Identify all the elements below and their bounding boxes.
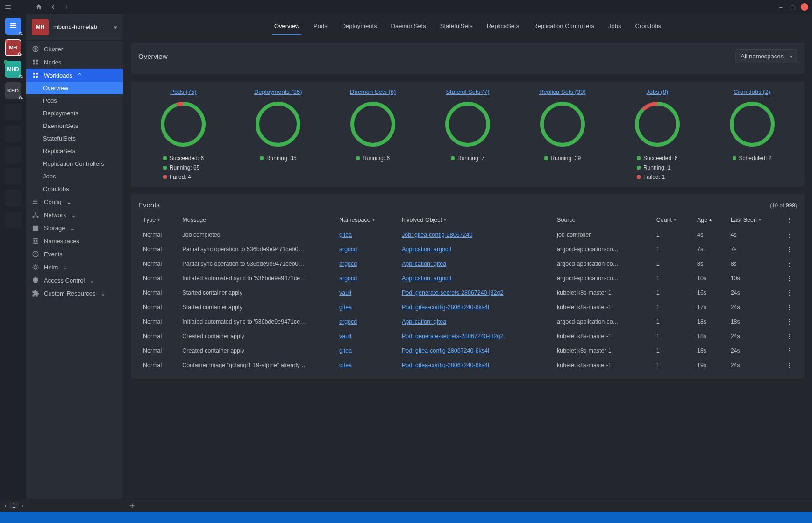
row-menu-icon[interactable]: ⋮ — [786, 290, 792, 296]
row-menu-icon[interactable]: ⋮ — [786, 246, 792, 253]
sidebar-item-namespaces[interactable]: Namespaces — [26, 234, 123, 247]
sidebar-item-deployments[interactable]: Deployments — [26, 107, 123, 120]
row-menu-icon[interactable]: ⋮ — [786, 318, 792, 325]
sidebar-item-cluster[interactable]: Cluster — [26, 42, 123, 56]
add-tab-icon[interactable] — [128, 502, 136, 510]
donut-title-link[interactable]: Daemon Sets (6) — [350, 88, 396, 95]
namespace-selector[interactable]: All namespaces ▾ — [735, 49, 797, 63]
events-col-last-seen[interactable]: Last Seen▾ — [726, 212, 782, 227]
row-menu-icon[interactable]: ⋮ — [786, 304, 792, 311]
cell-namespace-link[interactable]: argocd — [339, 261, 357, 267]
events-col-message[interactable]: Message — [178, 212, 335, 227]
sidebar-item-helm[interactable]: Helm⌄ — [26, 261, 123, 274]
table-row[interactable]: NormalStarted container applyvaultPod: g… — [138, 285, 797, 300]
cell-namespace-link[interactable]: gitea — [339, 347, 352, 354]
sidebar-item-events[interactable]: Events — [26, 247, 123, 261]
row-menu-icon[interactable]: ⋮ — [786, 275, 792, 282]
cell-object-link[interactable]: Job: gitea-config-28067240 — [402, 232, 473, 238]
dock-tile-3[interactable]: KHD — [5, 82, 21, 99]
window-minimize-icon[interactable]: ‒ — [776, 3, 785, 11]
sidebar-item-replication-controllers[interactable]: Replication Controllers — [26, 157, 123, 170]
sidebar-item-overview[interactable]: Overview — [26, 82, 123, 94]
cell-namespace-link[interactable]: argocd — [339, 318, 357, 325]
cell-object-link[interactable]: Pod: gitea-config-28067240-6ks4l — [402, 304, 489, 311]
dock-tile-2[interactable]: MHD — [5, 61, 21, 78]
page-prev-icon[interactable]: ‹ — [5, 502, 7, 509]
cell-namespace-link[interactable]: gitea — [339, 232, 352, 238]
table-row[interactable]: NormalInitiated automated sync to '536bd… — [138, 271, 797, 285]
table-row[interactable]: NormalJob completedgiteaJob: gitea-confi… — [138, 227, 797, 242]
tab-replication-controllers[interactable]: Replication Controllers — [531, 19, 596, 35]
tab-daemonsets[interactable]: DaemonSets — [389, 19, 428, 35]
cell-object-link[interactable]: Application: gitea — [402, 261, 446, 267]
sidebar-item-config[interactable]: Config⌄ — [26, 195, 123, 208]
cell-namespace-link[interactable]: argocd — [339, 246, 357, 253]
sidebar-item-statefulsets[interactable]: StatefulSets — [26, 132, 123, 145]
row-menu-icon[interactable]: ⋮ — [786, 347, 792, 354]
sidebar-item-pods[interactable]: Pods — [26, 94, 123, 107]
tab-pods[interactable]: Pods — [312, 19, 329, 35]
donut-title-link[interactable]: Deployments (35) — [254, 88, 302, 95]
sidebar-item-cronjobs[interactable]: CronJobs — [26, 183, 123, 195]
cell-object-link[interactable]: Application: argocd — [402, 275, 451, 282]
donut-title-link[interactable]: Stateful Sets (7) — [446, 88, 489, 95]
row-menu-icon[interactable]: ⋮ — [786, 261, 792, 267]
sidebar-item-custom-resources[interactable]: Custom Resources⌄ — [26, 287, 123, 300]
sidebar-item-nodes[interactable]: Nodes — [26, 56, 123, 69]
sidebar-item-storage[interactable]: Storage⌄ — [26, 221, 123, 234]
table-row[interactable]: NormalStarted container applygiteaPod: g… — [138, 300, 797, 314]
tab-statefulsets[interactable]: StatefulSets — [438, 19, 475, 35]
events-col-namespace[interactable]: Namespace▾ — [335, 212, 397, 227]
cell-namespace-link[interactable]: vault — [339, 333, 351, 339]
sidebar-item-jobs[interactable]: Jobs — [26, 170, 123, 183]
tab-jobs[interactable]: Jobs — [606, 19, 623, 35]
donut-title-link[interactable]: Pods (75) — [170, 88, 196, 95]
cell-namespace-link[interactable]: gitea — [339, 304, 352, 311]
cell-object-link[interactable]: Pod: gitea-config-28067240-6ks4l — [402, 362, 489, 368]
row-menu-icon[interactable]: ⋮ — [786, 362, 792, 368]
cell-namespace-link[interactable]: vault — [339, 290, 351, 296]
events-total-link[interactable]: 999 — [786, 202, 795, 209]
sidebar-item-workloads[interactable]: Workloads⌃ — [26, 69, 123, 82]
window-close-icon[interactable] — [801, 3, 808, 11]
context-switcher[interactable]: MH mbund-homelab ▾ — [26, 14, 123, 41]
cell-object-link[interactable]: Pod: generate-secrets-28067240-j82q2 — [402, 290, 504, 296]
sidebar-item-daemonsets[interactable]: DaemonSets — [26, 120, 123, 132]
menu-icon[interactable] — [4, 3, 12, 11]
table-row[interactable]: NormalCreated container applyvaultPod: g… — [138, 329, 797, 343]
events-col-age[interactable]: Age▴ — [692, 212, 726, 227]
donut-title-link[interactable]: Jobs (8) — [646, 88, 668, 95]
page-next-icon[interactable]: › — [21, 502, 23, 509]
table-row[interactable]: NormalContainer image "golang:1.19-alpin… — [138, 358, 797, 372]
table-row[interactable]: NormalInitiated automated sync to '536bd… — [138, 314, 797, 329]
table-row[interactable]: NormalPartial sync operation to 536bde9e… — [138, 242, 797, 256]
home-icon[interactable] — [35, 3, 43, 11]
table-row[interactable]: NormalPartial sync operation to 536bde9e… — [138, 256, 797, 271]
tab-replicasets[interactable]: ReplicaSets — [485, 19, 521, 35]
tab-deployments[interactable]: Deployments — [340, 19, 379, 35]
cell-object-link[interactable]: Application: argocd — [402, 246, 451, 253]
sidebar-item-replicasets[interactable]: ReplicaSets — [26, 145, 123, 157]
cell-object-link[interactable]: Pod: gitea-config-28067240-6ks4l — [402, 347, 489, 354]
events-col-count[interactable]: Count▾ — [652, 212, 692, 227]
dock-tile-0[interactable] — [5, 18, 21, 35]
events-col-involved-object[interactable]: Involved Object▾ — [397, 212, 552, 227]
nav-forward-icon[interactable] — [63, 3, 71, 11]
cell-namespace-link[interactable]: argocd — [339, 275, 357, 282]
events-col-type[interactable]: Type▾ — [138, 212, 178, 227]
cell-object-link[interactable]: Pod: generate-secrets-28067240-j82q2 — [402, 333, 504, 339]
columns-menu-icon[interactable]: ⋮ — [786, 217, 792, 223]
row-menu-icon[interactable]: ⋮ — [786, 232, 792, 238]
row-menu-icon[interactable]: ⋮ — [786, 333, 792, 339]
window-maximize-icon[interactable]: ▢ — [789, 3, 797, 11]
cell-namespace-link[interactable]: gitea — [339, 362, 352, 368]
donut-title-link[interactable]: Replica Sets (39) — [539, 88, 586, 95]
cell-object-link[interactable]: Application: gitea — [402, 318, 446, 325]
nav-back-icon[interactable] — [49, 3, 57, 11]
tab-cronjobs[interactable]: CronJobs — [633, 19, 663, 35]
sidebar-item-access-control[interactable]: Access Control⌄ — [26, 274, 123, 287]
dock-tile-1[interactable]: MH — [5, 39, 21, 56]
sidebar-item-network[interactable]: Network⌄ — [26, 208, 123, 221]
events-col-source[interactable]: Source — [552, 212, 652, 227]
donut-title-link[interactable]: Cron Jobs (2) — [734, 88, 770, 95]
